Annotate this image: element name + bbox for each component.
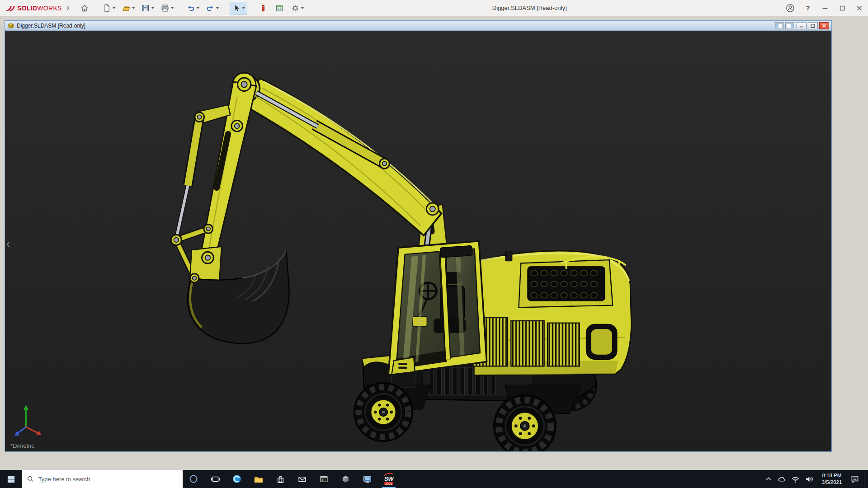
solidworks-icon-text: SW bbox=[384, 476, 393, 482]
dropdown-arrow-icon bbox=[113, 7, 115, 9]
help-icon[interactable]: ? bbox=[804, 5, 812, 12]
taskbar-search-box[interactable] bbox=[22, 470, 183, 488]
cube-icon bbox=[341, 474, 350, 484]
engine-vent-grid bbox=[531, 270, 597, 298]
cab[interactable] bbox=[388, 241, 487, 375]
wifi-icon[interactable] bbox=[791, 474, 800, 484]
pane-toggle-button-2[interactable] bbox=[785, 22, 795, 29]
pane-split-icon bbox=[775, 23, 783, 28]
toolbar-expand-icon[interactable] bbox=[66, 5, 70, 11]
upper-body[interactable] bbox=[470, 251, 632, 375]
exhaust-stack bbox=[505, 251, 512, 261]
wheel-near-rear[interactable] bbox=[494, 395, 556, 451]
minimize-button[interactable] bbox=[821, 4, 829, 12]
dropdown-arrow-icon bbox=[242, 7, 245, 9]
cortana-icon bbox=[189, 474, 198, 484]
select-cursor-icon bbox=[232, 4, 241, 13]
dropdown-arrow-icon bbox=[132, 7, 135, 9]
search-input[interactable] bbox=[38, 476, 178, 483]
edge-icon bbox=[232, 474, 242, 484]
account-icon[interactable] bbox=[786, 4, 795, 13]
redo-icon bbox=[206, 4, 215, 13]
minimize-icon bbox=[799, 23, 804, 28]
edge-button[interactable] bbox=[226, 470, 248, 488]
solidworks-application: { "colors": { "excavator_yellow": "#d6d6… bbox=[0, 0, 868, 488]
monitor-app-button[interactable] bbox=[356, 470, 378, 488]
new-document-icon bbox=[102, 4, 111, 13]
clock-date: 3/5/2021 bbox=[818, 479, 846, 486]
store-button[interactable] bbox=[269, 470, 291, 488]
redo-button[interactable] bbox=[204, 2, 221, 14]
close-icon bbox=[821, 23, 827, 28]
close-button[interactable] bbox=[855, 4, 863, 12]
restore-icon bbox=[810, 23, 816, 28]
options-button[interactable] bbox=[289, 2, 306, 14]
undo-icon bbox=[186, 4, 195, 13]
dropdown-arrow-icon bbox=[151, 7, 154, 9]
bucket-cylinder[interactable] bbox=[176, 117, 199, 239]
rebuild-button[interactable] bbox=[256, 2, 270, 14]
solidworks-icon-year: 2021 bbox=[384, 482, 393, 485]
app-titlebar: SOLIDWORKS bbox=[0, 0, 868, 16]
graphics-viewport[interactable]: *Dimetric bbox=[5, 31, 831, 451]
file-explorer-button[interactable] bbox=[248, 470, 269, 488]
file-explorer-icon bbox=[254, 474, 264, 484]
tray-cloud-icon[interactable] bbox=[777, 474, 787, 484]
task-view-icon bbox=[211, 474, 220, 484]
save-button[interactable] bbox=[139, 2, 156, 14]
view-orientation-label: *Dimetric bbox=[10, 442, 34, 449]
dropdown-arrow-icon bbox=[171, 7, 174, 9]
solidworks-logo-icon bbox=[5, 5, 15, 12]
store-icon bbox=[276, 474, 285, 484]
open-folder-icon bbox=[122, 4, 131, 13]
document-titlebar[interactable]: Digger.SLDASM [Read-only] bbox=[5, 21, 831, 31]
solidworks-logo: SOLIDWORKS bbox=[0, 4, 66, 12]
show-desktop-button[interactable] bbox=[864, 470, 866, 488]
task-view-button[interactable] bbox=[204, 470, 226, 488]
home-button[interactable] bbox=[78, 2, 91, 14]
dropdown-arrow-icon bbox=[216, 7, 219, 9]
pane-toggle-button-1[interactable] bbox=[774, 22, 784, 29]
doc-restore-button[interactable] bbox=[808, 22, 818, 29]
excavator-model[interactable] bbox=[5, 31, 831, 451]
table-button[interactable] bbox=[273, 2, 286, 14]
terminal-button[interactable] bbox=[313, 470, 335, 488]
side-grilles bbox=[472, 318, 580, 366]
table-icon bbox=[275, 4, 284, 13]
open-button[interactable] bbox=[120, 2, 137, 14]
home-icon bbox=[80, 4, 89, 13]
cube-app-button[interactable] bbox=[335, 470, 356, 488]
action-center-icon[interactable] bbox=[850, 474, 860, 484]
document-title: Digger.SLDASM [Read-only] bbox=[17, 23, 85, 29]
orientation-triad-icon[interactable] bbox=[14, 405, 42, 436]
terminal-icon bbox=[319, 474, 329, 484]
doc-close-button[interactable] bbox=[819, 22, 829, 29]
taskbar-clock[interactable]: 8:18 PM 3/5/2021 bbox=[818, 472, 846, 486]
rebuild-icon bbox=[259, 4, 268, 13]
print-button[interactable] bbox=[159, 2, 175, 14]
search-icon bbox=[27, 475, 34, 483]
gear-icon bbox=[291, 4, 300, 13]
featuremanager-collapsed-tab[interactable] bbox=[6, 239, 10, 250]
select-tool-button[interactable] bbox=[230, 2, 247, 14]
mail-button[interactable] bbox=[291, 470, 313, 488]
cortana-button[interactable] bbox=[183, 470, 204, 488]
monitor-icon bbox=[363, 474, 372, 484]
dropdown-arrow-icon bbox=[197, 7, 199, 9]
undo-button[interactable] bbox=[184, 2, 201, 14]
maximize-button[interactable] bbox=[838, 4, 846, 12]
start-button[interactable] bbox=[0, 470, 22, 488]
volume-icon[interactable] bbox=[804, 474, 814, 484]
chevron-left-icon bbox=[6, 241, 10, 248]
save-icon bbox=[141, 4, 150, 13]
wheel-near-front[interactable] bbox=[354, 383, 413, 441]
assembly-document-icon bbox=[7, 22, 14, 29]
doc-minimize-button[interactable] bbox=[797, 22, 807, 29]
solidworks-taskbar-button[interactable]: SW 2021 bbox=[378, 470, 400, 488]
brand-text-bold: SOLID bbox=[17, 5, 37, 12]
clock-time: 8:18 PM bbox=[818, 472, 846, 479]
mail-icon bbox=[297, 474, 307, 484]
new-document-button[interactable] bbox=[100, 2, 117, 14]
app-window-title: Digger.SLDASM [Read-only] bbox=[492, 5, 567, 11]
tray-expand-icon[interactable] bbox=[764, 474, 773, 483]
